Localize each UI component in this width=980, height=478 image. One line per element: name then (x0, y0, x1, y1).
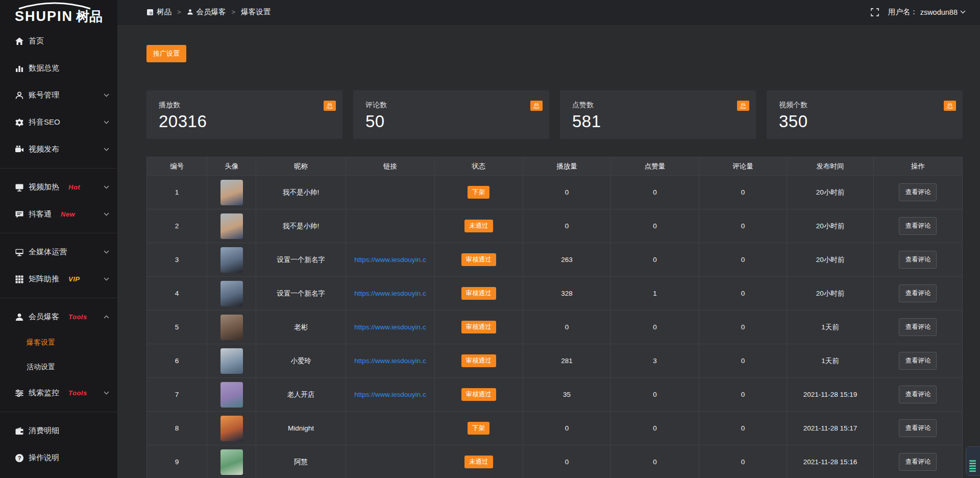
cell-avatar (207, 412, 256, 445)
video-link[interactable]: https://www.iesdouyin.c (350, 357, 430, 365)
sidebar-item-operation-guide[interactable]: ? 操作说明 (0, 444, 117, 471)
sidebar-item-matrix-boost[interactable]: 矩阵助推 VIP (0, 266, 117, 293)
cell-nickname: 设置一个新名字 (256, 277, 346, 310)
chevron-down-icon (104, 148, 109, 151)
cell-avatar (207, 176, 256, 209)
stat-card-label: 视频个数 (779, 101, 950, 110)
view-comments-button[interactable]: 查看评论 (899, 183, 937, 201)
avatar (220, 382, 243, 408)
video-camera-icon (14, 145, 24, 154)
cell-action: 查看评论 (873, 412, 962, 445)
sidebar-item-clue-monitor[interactable]: 线索监控 Tools (0, 379, 117, 407)
sidebar-item-label: 线索监控 (29, 388, 59, 398)
cell-likes: 0 (611, 412, 699, 445)
table-row: 6 小爱玲 https://www.iesdouyin.c 审核通过 281 3… (147, 344, 963, 378)
view-comments-button[interactable]: 查看评论 (899, 284, 937, 302)
panel-icon (146, 9, 154, 16)
sidebar-item-tag: Hot (68, 183, 80, 191)
breadcrumb-item-member-baoke[interactable]: 会员爆客 (187, 7, 226, 17)
grid-icon (14, 274, 24, 284)
stat-card-label: 播放数 (159, 101, 330, 110)
breadcrumb-item-shupin[interactable]: 树品 (146, 7, 172, 17)
floating-widget[interactable] (966, 446, 980, 476)
sidebar-item-douyin-seo[interactable]: 抖音SEO (0, 109, 117, 136)
sidebar-divider (0, 233, 117, 233)
cell-action: 查看评论 (873, 243, 962, 277)
sidebar-item-member-baoke[interactable]: 会员爆客 Tools (0, 303, 117, 330)
breadcrumb-label: 会员爆客 (197, 7, 226, 17)
view-comments-button[interactable]: 查看评论 (899, 386, 937, 403)
chat-bubble-icon (14, 209, 24, 219)
chevron-up-icon (104, 315, 109, 319)
stat-card: 播放数 20316 总 (146, 90, 342, 139)
status-badge: 审核通过 (461, 321, 496, 333)
user-menu[interactable]: 用户名：zswodun88 (888, 7, 966, 17)
cell-nickname: 老人开店 (256, 378, 346, 412)
stripes-icon (969, 460, 976, 472)
sidebar-subitem-activity-settings[interactable]: 活动设置 (0, 355, 117, 379)
sidebar-item-home[interactable]: 首页 (0, 28, 117, 55)
status-badge: 下架 (468, 186, 489, 199)
stat-card-value: 581 (572, 112, 744, 131)
cell-plays: 0 (523, 209, 611, 243)
sidebar-item-data-overview[interactable]: 数据总览 (0, 55, 117, 82)
cell-comments: 0 (699, 176, 787, 209)
sidebar-item-video-heat[interactable]: 视频加热 Hot (0, 174, 117, 201)
total-badge: 总 (944, 101, 956, 111)
cell-comments: 0 (699, 378, 787, 412)
status-badge: 审核通过 (461, 287, 496, 300)
fullscreen-icon[interactable] (871, 8, 879, 16)
view-comments-button[interactable]: 查看评论 (899, 419, 937, 437)
cell-avatar (207, 277, 256, 310)
view-comments-button[interactable]: 查看评论 (899, 217, 937, 235)
cell-likes: 0 (611, 445, 699, 478)
cell-plays: 281 (523, 344, 611, 378)
gear-icon (14, 117, 24, 127)
sidebar-divider (0, 298, 117, 298)
cell-likes: 1 (611, 277, 699, 310)
sidebar-subitem-label: 活动设置 (27, 363, 55, 372)
breadcrumb-item-baoke-settings[interactable]: 爆客设置 (241, 7, 271, 17)
table-row: 1 我不是小帅! 下架 0 0 0 20小时前 查看评论 (147, 176, 963, 209)
column-header-link: 链接 (346, 157, 434, 176)
screen-icon (14, 247, 24, 257)
total-badge: 总 (324, 101, 336, 111)
sidebar-item-account-manage[interactable]: 账号管理 (0, 82, 117, 109)
cell-link: https://www.iesdouyin.c (346, 277, 434, 310)
video-link[interactable]: https://www.iesdouyin.c (350, 256, 430, 264)
sidebar-item-label: 视频加热 (29, 182, 59, 192)
video-link[interactable]: https://www.iesdouyin.c (350, 323, 430, 331)
column-header-nickname: 昵称 (256, 157, 346, 176)
cell-plays: 263 (523, 243, 611, 277)
video-link[interactable]: https://www.iesdouyin.c (350, 290, 430, 297)
promo-settings-button[interactable]: 推广设置 (146, 45, 186, 62)
brand-logo[interactable]: SHUPIN 树品 (0, 0, 117, 26)
sidebar-item-douketong[interactable]: 抖客通 New (0, 201, 117, 228)
topbar-right: 用户名：zswodun88 (871, 7, 966, 17)
video-link[interactable]: https://www.iesdouyin.c (350, 391, 430, 398)
view-comments-button[interactable]: 查看评论 (899, 453, 937, 471)
sliders-icon (14, 388, 24, 398)
cell-link: https://www.iesdouyin.c (346, 344, 434, 378)
avatar (220, 281, 243, 306)
cell-link (346, 445, 434, 478)
cell-nickname: 设置一个新名字 (256, 243, 346, 277)
sidebar-item-consume-detail[interactable]: 消费明细 (0, 417, 117, 444)
sidebar-subitem-baoke-settings[interactable]: 爆客设置 (0, 330, 117, 355)
breadcrumb-separator: > (177, 8, 181, 16)
cell-time: 20小时前 (787, 243, 873, 277)
cell-likes: 0 (611, 310, 699, 344)
view-comments-button[interactable]: 查看评论 (899, 318, 937, 336)
view-comments-button[interactable]: 查看评论 (899, 251, 937, 269)
table-header-row: 编号头像昵称链接状态播放量点赞量评论量发布时间操作 (147, 157, 963, 176)
view-comments-button[interactable]: 查看评论 (899, 352, 937, 370)
cell-likes: 0 (611, 176, 699, 209)
cell-time: 2021-11-28 15:17 (787, 412, 873, 445)
username: zswodun88 (920, 8, 958, 16)
sidebar-item-video-publish[interactable]: 视频发布 (0, 136, 117, 163)
column-header-avatar: 头像 (207, 157, 256, 176)
cell-comments: 0 (699, 445, 787, 478)
sidebar-item-all-media-operation[interactable]: 全媒体运营 (0, 238, 117, 266)
cell-nickname: 小爱玲 (256, 344, 346, 378)
cell-comments: 0 (699, 310, 787, 344)
